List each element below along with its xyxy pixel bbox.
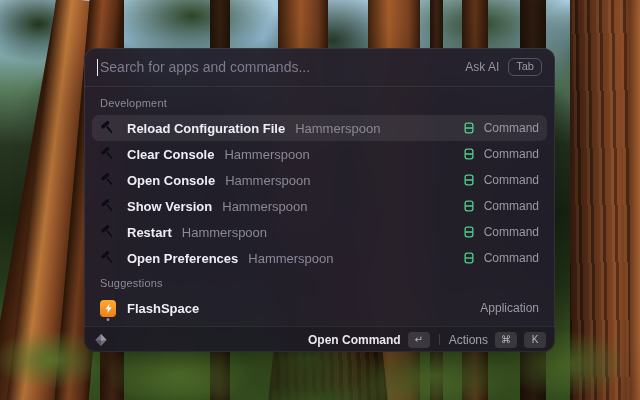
cmd-key-badge: ⌘ — [495, 332, 517, 348]
list-item-clear-console[interactable]: Clear Console Hammerspoon Command — [92, 141, 547, 167]
primary-action-label: Open Command — [308, 333, 401, 347]
section-header-suggestions: Suggestions — [92, 271, 547, 295]
footer-divider — [439, 334, 440, 345]
item-subtitle: Hammerspoon — [182, 225, 267, 240]
item-type: Command — [484, 147, 539, 161]
item-type: Command — [484, 251, 539, 265]
list-item-restart[interactable]: Restart Hammerspoon Command — [92, 219, 547, 245]
item-title: Reload Configuration File — [127, 121, 285, 136]
text-caret — [97, 59, 98, 76]
list-item-reload-configuration-file[interactable]: Reload Configuration File Hammerspoon Co… — [92, 115, 547, 141]
hammer-icon — [100, 120, 116, 136]
k-key-badge: K — [524, 332, 546, 348]
tab-key-badge: Tab — [508, 58, 542, 76]
list-item-show-version[interactable]: Show Version Hammerspoon Command — [92, 193, 547, 219]
item-subtitle: Hammerspoon — [225, 173, 310, 188]
item-title: Open Preferences — [127, 251, 238, 266]
command-icon — [462, 225, 477, 240]
item-type: Command — [484, 173, 539, 187]
search-bar[interactable]: Search for apps and commands... Ask AI T… — [84, 48, 555, 87]
flashspace-app-icon — [100, 300, 116, 316]
item-subtitle: Hammerspoon — [295, 121, 380, 136]
actions-label: Actions — [449, 333, 488, 347]
item-type: Command — [484, 225, 539, 239]
running-indicator-dot — [107, 318, 110, 321]
lightning-icon — [100, 300, 116, 317]
item-title: Show Version — [127, 199, 212, 214]
item-title: Open Console — [127, 173, 215, 188]
action-bar: Open Command ↵ Actions ⌘ K — [84, 326, 555, 352]
hammer-icon — [100, 146, 116, 162]
item-subtitle: Hammerspoon — [248, 251, 333, 266]
hammer-icon — [100, 250, 116, 266]
list-item-open-preferences[interactable]: Open Preferences Hammerspoon Command — [92, 245, 547, 271]
shield-icon — [100, 326, 116, 327]
command-icon — [462, 173, 477, 188]
item-title: Restart — [127, 225, 172, 240]
results-list: Development Reload Configuration File Ha… — [84, 87, 555, 326]
search-input[interactable]: Search for apps and commands... — [100, 59, 465, 75]
ask-ai-button[interactable]: Ask AI — [465, 60, 499, 74]
hammer-icon — [100, 198, 116, 214]
command-icon — [462, 199, 477, 214]
launcher-window: Search for apps and commands... Ask AI T… — [84, 48, 555, 352]
item-subtitle: Hammerspoon — [224, 147, 309, 162]
item-type: Application — [480, 301, 539, 315]
item-type: Command — [484, 121, 539, 135]
hammer-icon — [100, 172, 116, 188]
hammer-icon — [100, 224, 116, 240]
item-subtitle: Hammerspoon — [222, 199, 307, 214]
item-title: FlashSpace — [127, 301, 199, 316]
command-icon — [462, 121, 477, 136]
command-icon — [462, 147, 477, 162]
actions-button[interactable]: Actions ⌘ K — [449, 332, 546, 348]
hammerspoon-diamond-icon — [93, 332, 109, 348]
command-icon — [462, 251, 477, 266]
list-item-flashspace[interactable]: FlashSpace Application — [92, 295, 547, 321]
item-type: Command — [484, 199, 539, 213]
open-command-button[interactable]: Open Command ↵ — [308, 332, 430, 348]
section-header-development: Development — [92, 91, 547, 115]
list-item-open-console[interactable]: Open Console Hammerspoon Command — [92, 167, 547, 193]
return-key-badge: ↵ — [408, 332, 430, 348]
item-title: Clear Console — [127, 147, 214, 162]
